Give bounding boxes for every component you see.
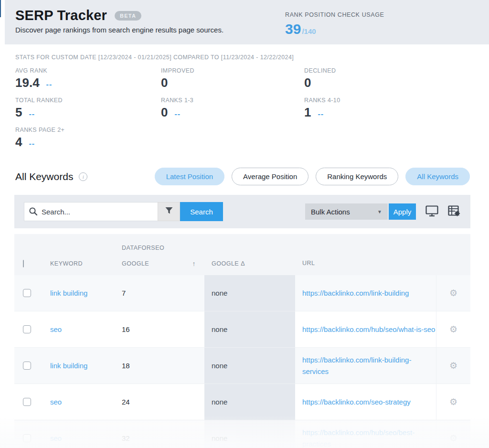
google-rank-value: 16 bbox=[107, 311, 204, 347]
column-header-google-delta[interactable]: GOOGLE Δ bbox=[204, 260, 295, 267]
google-delta-value: none bbox=[204, 384, 295, 420]
column-header-url[interactable]: URL bbox=[295, 259, 436, 268]
table-body: link building 7 none https://backlinko.c… bbox=[14, 275, 470, 448]
table-header: DATAFORSEO KEYWORD GOOGLE ↑ GOOGLE Δ URL bbox=[14, 234, 470, 275]
filter-button[interactable] bbox=[158, 202, 180, 221]
stats-section: STATS FOR CUSTOM DATE [12/23/2024 - 01/2… bbox=[15, 54, 489, 149]
google-delta-value: none bbox=[204, 348, 295, 384]
stat-value: 0 bbox=[161, 105, 168, 120]
stat-label: IMPROVED bbox=[161, 67, 304, 74]
monitor-view-button[interactable] bbox=[425, 205, 438, 218]
sort-ascending-icon[interactable]: ↑ bbox=[192, 260, 205, 267]
monitor-icon bbox=[425, 205, 438, 218]
stat-delta: -- bbox=[174, 110, 181, 118]
usage-widget: RANK POSITION CHECK USAGE 39 /140 bbox=[285, 11, 384, 37]
column-header-keyword[interactable]: KEYWORD bbox=[43, 260, 107, 267]
stat-delta: -- bbox=[46, 80, 53, 89]
stats-period-label: STATS FOR CUSTOM DATE [12/23/2024 - 01/2… bbox=[15, 54, 489, 61]
usage-value: 39 bbox=[285, 21, 301, 37]
stat-item: RANKS PAGE 2+ 4 -- bbox=[15, 127, 161, 149]
google-delta-value: none bbox=[204, 420, 295, 448]
column-group-dataforseo: DATAFORSEO bbox=[122, 245, 164, 251]
stat-item: IMPROVED 0 bbox=[161, 67, 304, 90]
stat-delta: -- bbox=[29, 139, 35, 148]
bulk-actions-dropdown[interactable]: Bulk Actions ▼ bbox=[305, 203, 388, 220]
tab-latest-position[interactable]: Latest Position bbox=[155, 168, 224, 185]
keywords-table: DATAFORSEO KEYWORD GOOGLE ↑ GOOGLE Δ URL… bbox=[14, 234, 470, 448]
url-link[interactable]: https://backlinko.com/link-building bbox=[302, 288, 409, 299]
url-link[interactable]: https://backlinko.com/seo-strategy bbox=[302, 396, 411, 407]
stat-value: 0 bbox=[304, 75, 311, 90]
row-settings-gear-icon[interactable]: ⚙ bbox=[449, 360, 457, 371]
beta-badge: BETA bbox=[115, 11, 141, 21]
row-checkbox[interactable] bbox=[23, 325, 31, 333]
page-edge-mark bbox=[0, 0, 1, 17]
url-link[interactable]: https://backlinko.com/hub/seo/best-pract… bbox=[302, 427, 436, 448]
tab-average-position[interactable]: Average Position bbox=[232, 168, 308, 185]
app-header: SERP Tracker BETA Discover page rankings… bbox=[5, 0, 489, 44]
stat-label: RANKS 1-3 bbox=[161, 97, 304, 104]
search-button[interactable]: Search bbox=[180, 202, 223, 221]
table-row: link building 7 none https://backlinko.c… bbox=[14, 275, 470, 311]
section-title: All Keywords bbox=[15, 171, 73, 182]
stat-label: DECLINED bbox=[304, 67, 457, 74]
chevron-down-icon: ▼ bbox=[377, 209, 382, 214]
google-rank-value: 24 bbox=[107, 384, 204, 420]
keyword-link[interactable]: seo bbox=[50, 398, 62, 406]
stat-item: RANKS 1-3 0 -- bbox=[161, 97, 304, 120]
stat-label: AVG RANK bbox=[15, 67, 161, 74]
table-row: seo 24 none https://backlinko.com/seo-st… bbox=[14, 384, 470, 420]
select-all-checkbox[interactable] bbox=[23, 260, 24, 267]
url-link[interactable]: https://backlinko.com/link-building-serv… bbox=[302, 354, 436, 377]
column-header-google[interactable]: GOOGLE ↑ bbox=[107, 260, 204, 267]
keyword-link[interactable]: link building bbox=[50, 362, 87, 370]
table-settings-button[interactable] bbox=[448, 205, 461, 218]
stat-value: 1 bbox=[304, 105, 311, 120]
table-row: seo 16 none https://backlinko.com/hub/se… bbox=[14, 311, 470, 348]
stat-value: 19.4 bbox=[15, 75, 40, 90]
keyword-link[interactable]: seo bbox=[50, 325, 62, 333]
row-checkbox[interactable] bbox=[23, 434, 31, 442]
row-settings-gear-icon[interactable]: ⚙ bbox=[449, 324, 457, 335]
view-tabs: Latest PositionAverage PositionRanking K… bbox=[155, 168, 470, 185]
stat-item: RANKS 4-10 1 -- bbox=[304, 97, 457, 120]
google-rank-value: 7 bbox=[107, 275, 204, 311]
stat-item: DECLINED 0 bbox=[304, 67, 457, 90]
page-title: SERP Tracker bbox=[15, 8, 107, 23]
keyword-link[interactable]: link building bbox=[50, 289, 87, 297]
row-settings-gear-icon[interactable]: ⚙ bbox=[449, 288, 457, 299]
google-delta-value: none bbox=[204, 311, 295, 347]
google-rank-value: 18 bbox=[107, 348, 204, 384]
table-row: seo 32 none https://backlinko.com/hub/se… bbox=[14, 420, 470, 448]
stat-value: 4 bbox=[15, 135, 22, 149]
apply-button[interactable]: Apply bbox=[389, 203, 416, 220]
url-link[interactable]: https://backlinko.com/hub/seo/what-is-se… bbox=[302, 324, 435, 335]
stat-delta: -- bbox=[318, 110, 324, 118]
row-settings-gear-icon[interactable]: ⚙ bbox=[449, 433, 457, 444]
stats-grid: AVG RANK 19.4 -- IMPROVED 0 DECLINED 0 T… bbox=[15, 67, 489, 149]
search-input[interactable] bbox=[24, 202, 158, 221]
table-row: link building 18 none https://backlinko.… bbox=[14, 348, 470, 384]
info-icon[interactable]: i bbox=[79, 172, 87, 181]
tab-all-keywords[interactable]: All Keywords bbox=[405, 168, 470, 185]
stat-delta: -- bbox=[29, 110, 35, 118]
stat-item: AVG RANK 19.4 -- bbox=[15, 67, 161, 90]
keywords-section-header: All Keywords i Latest PositionAverage Po… bbox=[15, 168, 470, 185]
google-delta-value: none bbox=[204, 275, 295, 311]
bulk-actions-label: Bulk Actions bbox=[311, 208, 350, 216]
row-settings-gear-icon[interactable]: ⚙ bbox=[449, 396, 457, 407]
filter-funnel-icon bbox=[165, 206, 173, 217]
table-toolbar: Search Bulk Actions ▼ Apply bbox=[14, 195, 470, 228]
row-checkbox[interactable] bbox=[23, 362, 31, 370]
stat-value: 5 bbox=[15, 105, 22, 120]
page-subtitle: Discover page rankings from search engin… bbox=[15, 26, 489, 34]
search-icon bbox=[29, 207, 38, 218]
stat-label: TOTAL RANKED bbox=[15, 97, 161, 104]
stat-item: TOTAL RANKED 5 -- bbox=[15, 97, 161, 120]
keyword-link[interactable]: seo bbox=[50, 434, 62, 442]
row-checkbox[interactable] bbox=[23, 398, 31, 406]
usage-label: RANK POSITION CHECK USAGE bbox=[285, 11, 384, 18]
google-rank-value: 32 bbox=[107, 420, 204, 448]
row-checkbox[interactable] bbox=[23, 289, 31, 297]
tab-ranking-keywords[interactable]: Ranking Keywords bbox=[316, 168, 398, 185]
